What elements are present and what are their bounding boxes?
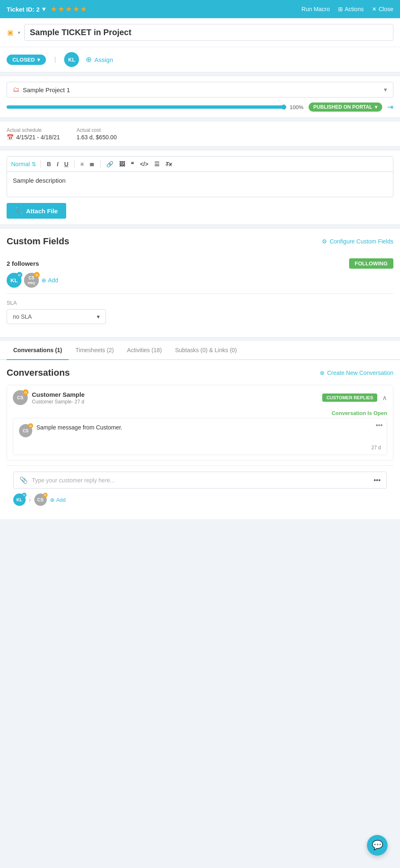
project-select[interactable]: 🗂 Sample Project 1 ▾ — [7, 82, 393, 98]
ticket-id[interactable]: Ticket ID: 2 ▾ — [7, 5, 46, 13]
editor-section: Normal ⇅ B I U ≡ ≣ 🔗 🖼 ❝ </> ☰ Tx Sample… — [0, 150, 400, 225]
reply-attach-icon[interactable]: 📎 — [19, 476, 28, 484]
clear-format-button[interactable]: Tx — [164, 160, 174, 168]
sla-select[interactable]: no SLA ▾ — [7, 309, 106, 324]
attach-file-button[interactable]: 📎 Attach File — [7, 203, 66, 219]
bold-button[interactable]: B — [45, 160, 53, 168]
ticket-stars[interactable]: ★★★★★ — [50, 5, 88, 14]
add-follower-button[interactable]: ⊕ Add — [41, 277, 58, 284]
project-chevron: ▾ — [384, 86, 387, 93]
conversation-avatar-badge: O — [23, 389, 29, 395]
arrow-icon: › — [29, 496, 31, 503]
attach-icon: 📎 — [15, 207, 23, 215]
configure-custom-fields-link[interactable]: ⚙ Configure Custom Fields — [322, 238, 393, 245]
create-conversation-button[interactable]: ⊕ Create New Conversation — [320, 370, 393, 376]
conversation-timestamp: 27 d — [13, 443, 387, 455]
unordered-list-button[interactable]: ≣ — [88, 160, 96, 168]
custom-fields-section: Custom Fields ⚙ Configure Custom Fields … — [0, 228, 400, 338]
follower-avatar-kl[interactable]: KL U — [7, 273, 22, 288]
assign-button[interactable]: ⊕ Assign — [86, 55, 113, 64]
image-button[interactable]: 🖼 — [117, 160, 127, 168]
gear-icon: ⚙ — [322, 238, 327, 245]
italic-button[interactable]: I — [55, 160, 60, 168]
ticket-title-input[interactable] — [24, 24, 393, 41]
conversation-username: Customer Sample — [32, 391, 85, 398]
format-select[interactable]: Normal ⇅ — [11, 161, 36, 167]
tabs-section: Conversations (1) Timesheets (2) Activit… — [0, 341, 400, 360]
conversation-right: CUSTOMER REPLIES ∧ — [322, 393, 387, 402]
plus-circle-icon: ⊕ — [86, 55, 92, 64]
tab-activities[interactable]: Activities (18) — [120, 341, 168, 360]
avatar-badge-cs: O — [34, 272, 40, 278]
run-macro-button[interactable]: Run Macro — [302, 6, 330, 12]
title-row: ◈ ▾ — [0, 18, 400, 47]
conversation-user-details: Customer Sample Customer Sample- 27 d — [32, 391, 85, 405]
reply-placeholder[interactable]: Type your customer reply here... — [32, 477, 369, 484]
conversations-section: Conversations ⊕ Create New Conversation … — [0, 360, 400, 519]
conversation-message-wrap: CS O Sample message from Customer. ••• 2… — [13, 418, 387, 455]
close-button[interactable]: ✕ Close — [372, 6, 393, 12]
followers-count: 2 followers — [7, 260, 39, 267]
blockquote-button[interactable]: ❝ — [129, 160, 136, 168]
reply-cs-badge: O — [43, 493, 48, 497]
ticket-id-label: Ticket ID: 2 — [7, 6, 40, 13]
schedule-row: Actual schedule 📅 4/15/21 - 4/18/21 Actu… — [0, 121, 400, 147]
reply-avatar-kl: KL U — [13, 494, 26, 506]
reply-options-button[interactable]: ••• — [374, 477, 381, 484]
following-badge[interactable]: FOLLOWING — [349, 258, 393, 269]
conversations-title: Conversations — [7, 367, 70, 378]
followers-avatars: KL U CSRBQ O ⊕ Add — [7, 273, 393, 288]
reply-add-button[interactable]: ⊕ Add — [50, 497, 66, 503]
assignee-avatar[interactable]: KL — [64, 52, 79, 67]
published-badge[interactable]: PUBLISHED ON PORTAL ▾ — [309, 103, 382, 112]
tab-conversations[interactable]: Conversations (1) — [7, 341, 69, 360]
conversation-item: CS O Customer Sample Customer Sample- 27… — [7, 385, 393, 460]
follower-avatar-cs[interactable]: CSRBQ O — [24, 273, 39, 288]
progress-row: 100% PUBLISHED ON PORTAL ▾ ⇥ — [7, 103, 393, 112]
top-bar: Ticket ID: 2 ▾ ★★★★★ Run Macro ⊞ Actions… — [0, 0, 400, 18]
actual-schedule: Actual schedule 📅 4/15/21 - 4/18/21 — [7, 127, 60, 141]
chevron-tag-icon[interactable]: ▾ — [18, 30, 20, 36]
cost-value: 1.63 d, $650.00 — [77, 134, 117, 141]
top-actions: Run Macro ⊞ Actions ✕ Close — [302, 6, 393, 12]
tab-timesheets[interactable]: Timesheets (2) — [69, 341, 120, 360]
x-icon: ✕ — [372, 6, 377, 12]
conversation-open-label: Conversation Is Open — [7, 410, 393, 418]
plus-circle-follower-icon: ⊕ — [41, 277, 46, 284]
export-icon[interactable]: ⇥ — [387, 103, 393, 112]
collapse-conversation-icon[interactable]: ∧ — [382, 394, 387, 402]
status-badge[interactable]: CLOSED ▾ — [7, 55, 46, 65]
progress-percent: 100% — [290, 104, 303, 110]
toolbar-divider-3 — [100, 160, 101, 168]
project-name: Sample Project 1 — [23, 86, 70, 93]
reply-kl-badge: U — [22, 493, 26, 497]
reply-add-icon: ⊕ — [50, 497, 55, 503]
toolbar-divider-2 — [74, 160, 74, 168]
followers-header: 2 followers FOLLOWING — [7, 258, 393, 269]
link-button[interactable]: 🔗 — [105, 160, 115, 168]
ordered-list-button[interactable]: ≡ — [79, 160, 85, 168]
editor-content[interactable]: Sample description — [7, 172, 393, 197]
avatar-badge-kl: U — [17, 272, 22, 278]
reply-input-row[interactable]: 📎 Type your customer reply here... ••• — [13, 472, 387, 489]
conversation-message: CS O Sample message from Customer. — [13, 418, 387, 443]
ticket-id-chevron[interactable]: ▾ — [42, 5, 46, 13]
format-chevron: ⇅ — [31, 161, 36, 167]
conversations-header: Conversations ⊕ Create New Conversation — [7, 367, 393, 378]
sla-label: SLA — [7, 300, 393, 306]
message-dots-menu[interactable]: ••• — [376, 422, 383, 429]
tag-icon: ◈ — [4, 26, 16, 38]
tabs-row: Conversations (1) Timesheets (2) Activit… — [0, 341, 400, 359]
sla-chevron: ▾ — [97, 313, 100, 320]
tab-subtasks[interactable]: Subtasks (0) & Links (0) — [168, 341, 243, 360]
custom-fields-header: Custom Fields ⚙ Configure Custom Fields — [7, 236, 393, 247]
actions-button[interactable]: ⊞ Actions — [338, 6, 364, 12]
align-button[interactable]: ☰ — [153, 160, 161, 168]
underline-button[interactable]: U — [62, 160, 70, 168]
status-chevron: ▾ — [37, 57, 40, 63]
reply-avatar-cs: CS O — [34, 494, 47, 506]
schedule-value: 📅 4/15/21 - 4/18/21 — [7, 134, 60, 141]
code-button[interactable]: </> — [138, 160, 150, 168]
reply-footer: KL U › CS O ⊕ Add — [13, 494, 387, 506]
message-avatar-badge: O — [28, 423, 33, 428]
